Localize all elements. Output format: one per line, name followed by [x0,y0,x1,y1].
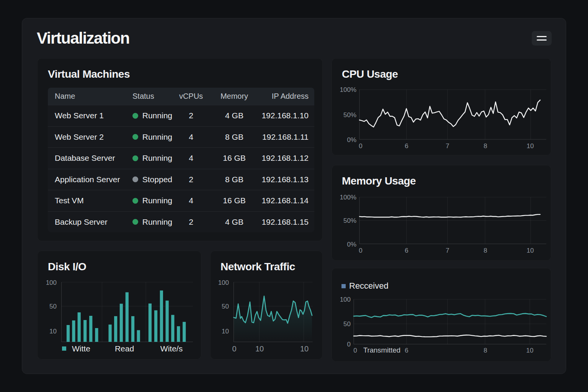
svg-text:Read: Read [115,344,134,353]
svg-text:50%: 50% [343,217,356,224]
svg-text:0%: 0% [347,241,356,248]
svg-text:10: 10 [49,328,57,335]
svg-text:0: 0 [353,347,357,354]
svg-text:6: 6 [405,347,408,354]
svg-text:Witte: Witte [72,344,90,353]
svg-text:10: 10 [527,247,534,254]
svg-text:0: 0 [359,142,362,150]
svg-text:Transmitted: Transmitted [363,346,400,354]
svg-text:Wite/s: Wite/s [160,344,183,353]
svg-text:6: 6 [405,247,408,254]
svg-text:100: 100 [340,296,351,303]
svg-text:50: 50 [222,303,229,310]
svg-text:0%: 0% [347,136,356,144]
svg-text:100%: 100% [340,86,356,93]
svg-text:50: 50 [343,320,351,328]
svg-text:50%: 50% [343,111,356,119]
svg-text:6: 6 [405,142,408,150]
svg-text:50: 50 [49,303,57,310]
svg-text:0: 0 [347,341,351,348]
svg-text:100%: 100% [340,194,356,201]
svg-text:10: 10 [527,142,534,150]
svg-text:0: 0 [232,345,236,353]
svg-text:7: 7 [446,247,449,254]
svg-text:10: 10 [222,328,229,335]
svg-text:10: 10 [255,345,264,353]
svg-text:8: 8 [483,247,487,254]
svg-text:7: 7 [446,142,449,150]
svg-text:100: 100 [46,279,57,286]
svg-text:10: 10 [526,347,534,354]
svg-text:100: 100 [218,279,229,286]
svg-text:0: 0 [359,247,362,254]
svg-text:8: 8 [483,142,487,150]
svg-text:8: 8 [483,347,487,354]
svg-text:10: 10 [300,345,309,353]
